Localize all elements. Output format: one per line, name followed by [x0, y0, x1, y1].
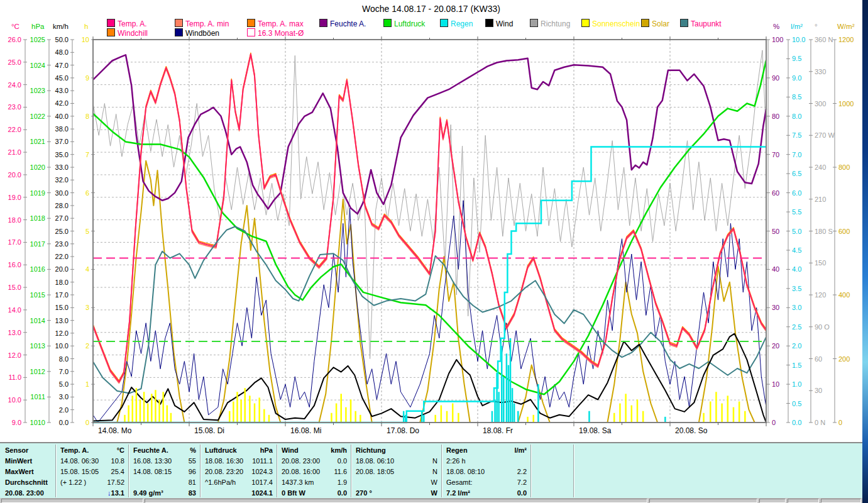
week-chart[interactable]: 26.025.024.023.022.021.020.019.018.017.0… — [0, 0, 862, 440]
table-cell: 2:26 h — [446, 456, 527, 467]
axis-tick-label-h: 10 — [82, 36, 89, 43]
axis-tick-label-°C: 17.0 — [8, 238, 21, 246]
table-column-7 — [532, 443, 574, 499]
axis-tick-label-%: 70 — [772, 151, 779, 158]
axis-tick-label-%: 100 — [772, 36, 783, 43]
axis-tick-label-km/h: 22.0 — [55, 253, 69, 260]
table-cell: Durchschnitt — [5, 477, 52, 488]
axis-tick-label-km/h: 12.0 — [55, 329, 69, 337]
axis-tick-label-km/h: 2.0 — [59, 406, 69, 414]
axis-tick-label-km/h: 17.0 — [55, 291, 69, 299]
axis-tick-label-l/m²: 8.0 — [792, 113, 801, 120]
axis-tick-label-°: 270 W — [815, 131, 835, 139]
axis-tick-label-km/h: 18.0 — [55, 279, 69, 286]
status-bar-segment — [1, 499, 143, 503]
axis-tick-label-l/m²: 4.5 — [792, 246, 801, 254]
axis-tick-label-l/m²: 6.0 — [792, 189, 801, 197]
axis-tick-label-W/m²: 0 — [838, 419, 842, 426]
desktop-background-strip — [862, 0, 868, 503]
x-axis-day-label: 15.08. Di — [194, 426, 224, 435]
axis-tick-label-°C: 11.0 — [8, 373, 21, 381]
axis-tick-label-km/h: 45.0 — [55, 74, 69, 82]
axis-tick-label-l/m²: 10.0 — [792, 36, 805, 43]
axis-tick-label-l/m²: 3.0 — [792, 304, 801, 311]
x-axis-day-label: 19.08. Sa — [579, 426, 612, 435]
axis-tick-label-%: 40 — [772, 265, 779, 273]
axis-tick-label-°C: 18.0 — [8, 216, 21, 224]
axis-tick-label-hPa: 1024 — [30, 62, 45, 69]
axis-tick-label-km/h: 37.0 — [55, 138, 69, 145]
axis-tick-label-W/m²: 800 — [838, 163, 850, 171]
axis-tick-label-W/m²: 400 — [838, 291, 850, 299]
status-bar — [0, 498, 862, 503]
axis-tick-label-km/h: 43.0 — [55, 87, 69, 94]
axis-tick-label-l/m²: 1.5 — [792, 362, 801, 369]
table-cell: ^1.6hPa/h1017.4 — [205, 477, 273, 488]
axis-tick-label-W/m²: 200 — [838, 355, 850, 363]
axis-tick-label-hPa: 1017 — [30, 240, 45, 248]
axis-header-hPa: hPa — [31, 23, 45, 30]
axis-tick-label-h: 5 — [85, 228, 89, 235]
table-cell: MinWert — [5, 456, 52, 467]
axis-tick-label-°: 240 — [815, 163, 826, 171]
axis-tick-label-h: 0 — [85, 419, 89, 426]
axis-tick-label-l/m²: 9.0 — [792, 74, 801, 82]
axis-tick-label-hPa: 1012 — [30, 368, 45, 375]
axis-header-km/h: km/h — [53, 23, 69, 30]
axis-tick-label-°C: 15.0 — [8, 284, 21, 291]
table-cell — [536, 445, 569, 456]
axis-tick-label-%: 20 — [772, 342, 779, 350]
axis-tick-label-%: 60 — [772, 189, 779, 197]
axis-tick-label-°C: 26.0 — [8, 36, 21, 43]
axis-tick-label-km/h: 3.0 — [59, 393, 69, 401]
table-cell — [536, 456, 569, 467]
table-cell: 20.08. 23:000.0 — [282, 456, 347, 467]
axis-tick-label-l/m²: 2.0 — [792, 342, 801, 350]
axis-tick-label-hPa: 1011 — [30, 393, 45, 401]
axis-tick-label-km/h: 27.0 — [55, 214, 69, 222]
axis-tick-label-l/m²: 5.0 — [792, 228, 801, 235]
axis-tick-label-°C: 13.0 — [8, 329, 21, 336]
table-cell — [578, 488, 857, 499]
table-cell: 20.08. 16:0011.6 — [282, 467, 347, 477]
x-axis-day-label: 17.08. Do — [387, 426, 419, 435]
table-cell: Windkm/h — [282, 445, 347, 456]
table-column-0: SensorMinWertMaxWertDurchschnitt20.08. 2… — [1, 443, 57, 499]
x-axis-day-label: 18.08. Fr — [483, 426, 513, 435]
axis-tick-label-km/h: 50.0 — [55, 36, 69, 43]
status-bar-segment — [821, 499, 861, 503]
table-cell: 9.49 g/m³83 — [133, 488, 196, 499]
axis-tick-label-°C: 22.0 — [8, 126, 21, 133]
table-cell: MaxWert — [5, 467, 52, 477]
axis-tick-label-W/m²: 600 — [838, 228, 850, 235]
table-column-Wind: Windkm/h20.08. 23:000.020.08. 16:0011.61… — [278, 443, 352, 499]
status-bar-segment — [759, 499, 786, 503]
axis-tick-label-%: 80 — [772, 113, 779, 120]
axis-tick-label-km/h: 13.0 — [55, 317, 69, 324]
axis-tick-label-W/m²: 1000 — [838, 100, 854, 108]
axis-tick-label-°: 330 — [815, 68, 826, 75]
axis-tick-label-km/h: 25.0 — [55, 228, 69, 235]
x-axis-day-label: 20.08. So — [675, 426, 708, 435]
axis-tick-label-°C: 9.0 — [12, 419, 21, 426]
axis-tick-label-°C: 16.0 — [8, 261, 21, 268]
table-cell — [536, 477, 569, 488]
axis-tick-label-hPa: 1010 — [30, 419, 45, 426]
axis-tick-label-°: 210 — [815, 196, 826, 203]
table-cell — [578, 445, 857, 456]
axis-header-°C: °C — [11, 23, 19, 30]
table-cell: (+ 1.22 )17.52 — [60, 477, 124, 488]
axis-tick-label-%: 30 — [772, 304, 779, 311]
table-cell: Sensor — [5, 445, 52, 456]
table-cell: 270 °W — [356, 488, 437, 499]
axis-tick-label-°C: 21.0 — [8, 148, 21, 156]
axis-tick-label-l/m²: 9.5 — [792, 55, 801, 62]
axis-tick-label-l/m²: 6.5 — [792, 170, 801, 177]
table-cell: 1437.3 km1.9 — [282, 477, 347, 488]
table-cell: Regenl/m² — [446, 445, 527, 456]
axis-tick-label-km/h: 0.0 — [59, 419, 69, 426]
axis-tick-label-hPa: 1018 — [30, 214, 45, 222]
axis-tick-label-km/h: 28.0 — [55, 202, 69, 209]
axis-tick-label-km/h: 42.0 — [55, 99, 69, 107]
table-column-Richtung: Richtung18.08. 06:10N20.08. 18:05NW270 °… — [352, 443, 442, 499]
